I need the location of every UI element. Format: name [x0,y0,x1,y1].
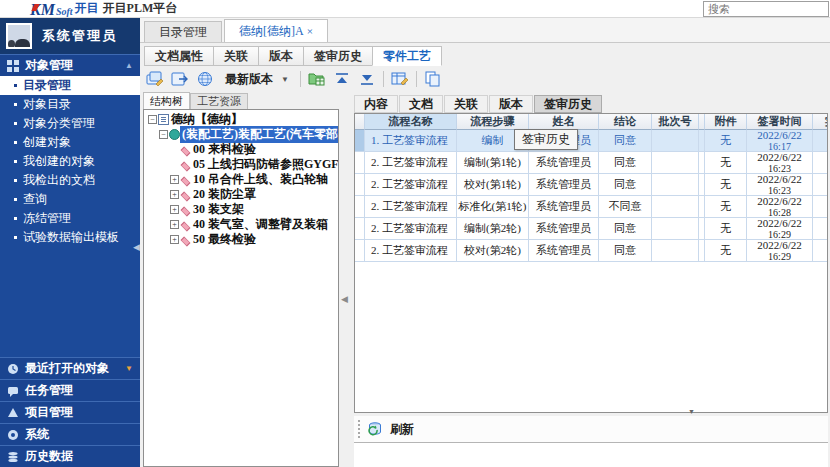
panel-splitter-arrow-icon[interactable]: ◀ [341,294,348,304]
sidebar-item-试验数据输出模板[interactable]: 试验数据输出模板 [0,228,140,247]
edit-document-icon[interactable] [146,71,164,87]
detail-tab-版本[interactable]: 版本 [489,95,533,113]
tree-node[interactable]: +40 装气室、调整臂及装箱 [144,217,338,232]
sidebar-section-object-management[interactable]: 对象管理 ▲ [0,54,140,76]
toolbar-drag-handle[interactable] [358,420,361,438]
sign-date: 2022/6/22 [757,152,802,163]
folder-table-icon[interactable] [308,71,326,87]
tree-node[interactable]: +30 装支架 [144,202,338,217]
document-tab-bar: 目录管理德纳[德纳]A× [140,18,830,43]
doc-tab-目录管理[interactable]: 目录管理 [144,21,222,42]
expand-box-icon[interactable]: + [170,220,179,229]
doc-tab-label: 目录管理 [159,24,207,41]
expand-box-icon[interactable]: + [170,175,179,184]
tree-tab-结构树[interactable]: 结构树 [143,92,190,109]
tab-签审历史[interactable]: 签审历史 [303,46,373,66]
tree-node[interactable]: +50 最终检验 [144,232,338,247]
toolbar-separator [300,71,301,87]
detail-tab-内容[interactable]: 内容 [354,95,398,113]
row-selector-cell[interactable] [355,240,365,262]
refresh-icon[interactable] [368,421,385,437]
column-header-流程步骤[interactable]: 流程步骤 [457,114,529,130]
column-header-结论[interactable]: 结论 [599,114,652,130]
cell-process-name: 2. 工艺签审流程 [365,240,457,262]
tree-node[interactable]: 05 上线扫码防错参照GYGF-Q-00 [144,157,338,172]
sidebar-section-系统[interactable]: 系统 [0,423,140,445]
detail-panel: 内容文档关联版本签审历史 流程名称流程步骤姓名结论批次号附件签署时间实际完成时间… [352,92,830,467]
refresh-button[interactable]: 刷新 [390,421,414,438]
sidebar-item-label: 我创建的对象 [23,153,95,170]
section-label: 任务管理 [25,382,73,399]
object-tab-bar: 文档属性关联版本签审历史零件工艺 [140,43,830,66]
collapse-box-icon[interactable]: − [159,130,168,139]
sidebar-section-最近打开的对象[interactable]: 最近打开的对象▼ [0,357,140,379]
sidebar-section-历史数据[interactable]: 历史数据 [0,445,140,467]
export-document-icon[interactable] [171,71,189,87]
tree-node[interactable]: +20 装防尘罩 [144,187,338,202]
sign-time: 16:17 [768,141,791,152]
expand-box-icon[interactable]: + [170,235,179,244]
column-header-附件[interactable]: 附件 [705,114,747,130]
collapse-box-icon[interactable]: − [148,115,157,124]
version-dropdown[interactable]: 最新版本 ▼ [221,70,293,89]
detail-tab-文档[interactable]: 文档 [399,95,443,113]
tab-版本[interactable]: 版本 [258,46,304,66]
column-header-姓名[interactable]: 姓名 [529,114,599,130]
sidebar-item-目录管理[interactable]: 目录管理 [0,76,140,95]
sphere-grid-icon[interactable] [196,71,214,87]
expand-all-icon[interactable] [358,71,376,87]
tree-node[interactable]: 00 来料检验 [144,142,338,157]
tree-tab-bar: 结构树工艺资源 [143,92,248,109]
sidebar-item-查询[interactable]: 查询 [0,190,140,209]
refresh-toolbar: 刷新 [354,416,828,443]
bottom-empty-panel [354,443,828,467]
detail-tab-bar: 内容文档关联版本签审历史 [352,92,830,113]
column-header-流程名称[interactable]: 流程名称 [365,114,457,130]
column-header-实际完成时间[interactable]: 实际完成时间 [813,114,828,130]
column-header-批次号[interactable]: 批次号 [652,114,699,130]
tab-零件工艺[interactable]: 零件工艺 [372,46,442,66]
sidebar-section-任务管理[interactable]: 任务管理 [0,379,140,401]
tree-root-node[interactable]: − 德纳【德纳】 [144,112,338,127]
tree-selected-node[interactable]: − (装配工艺)装配工艺(汽车零部件) [144,127,338,142]
sidebar-item-对象目录[interactable]: 对象目录 [0,95,140,114]
sidebar-item-我检出的文档[interactable]: 我检出的文档 [0,171,140,190]
user-panel[interactable]: 系统管理员 [0,18,140,54]
sidebar-item-我创建的对象[interactable]: 我创建的对象 [0,152,140,171]
cell-batch [652,218,699,240]
detail-tab-签审历史[interactable]: 签审历史 [534,95,602,113]
cell-step: 校对(第1轮) [457,174,529,196]
tree-tab-工艺资源[interactable]: 工艺资源 [190,93,248,109]
cell-process-name: 2. 工艺签审流程 [365,152,457,174]
tab-文档属性[interactable]: 文档属性 [144,46,214,66]
cell-result: 不同意 [599,196,652,218]
tab-关联[interactable]: 关联 [213,46,259,66]
tree-node[interactable]: +10 吊合件上线、装凸轮轴 [144,172,338,187]
sidebar-item-冻结管理[interactable]: 冻结管理 [0,209,140,228]
row-selector-cell[interactable] [355,174,365,196]
row-selector-cell[interactable] [355,130,365,152]
copy-icon[interactable] [424,71,442,87]
table-edit-icon[interactable] [391,71,409,87]
close-icon[interactable]: × [307,25,313,37]
cell-actual-time: 2022 [813,240,828,262]
sidebar-collapse-arrow-icon[interactable]: ◀ [133,240,140,254]
cell-attachment: 无 [705,152,747,174]
row-selector-cell[interactable] [355,196,365,218]
operation-icon [180,144,191,155]
cell-actual-time: 2022 [813,130,828,152]
column-header-签署时间[interactable]: 签署时间 [747,114,813,130]
sidebar-item-创建对象[interactable]: 创建对象 [0,133,140,152]
sidebar-section-项目管理[interactable]: 项目管理 [0,401,140,423]
splitter-down-arrow-icon[interactable]: ▼ [688,409,697,414]
row-selector-cell[interactable] [355,152,365,174]
row-selector-cell[interactable] [355,218,365,240]
global-search-input[interactable] [703,1,829,17]
expand-box-icon[interactable]: + [170,205,179,214]
expand-box-icon[interactable]: + [170,190,179,199]
detail-tab-关联[interactable]: 关联 [444,95,488,113]
collapse-all-icon[interactable] [333,71,351,87]
sidebar-item-对象分类管理[interactable]: 对象分类管理 [0,114,140,133]
sign-date: 2022/6/22 [757,130,802,141]
doc-tab-德纳[德纳]A[interactable]: 德纳[德纳]A× [224,19,328,42]
